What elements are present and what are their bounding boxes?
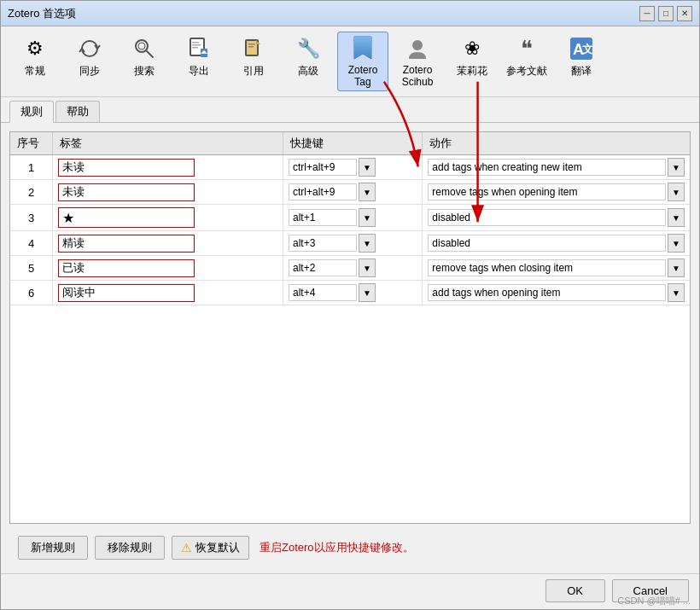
shortcut-input-2[interactable] bbox=[289, 209, 357, 226]
shortcut-dropdown-btn-5[interactable]: ▼ bbox=[359, 283, 376, 302]
toolbar-item-references[interactable]: ❝ 参考文献 bbox=[501, 32, 552, 82]
action-select-1[interactable]: add tags when creating new itemremove ta… bbox=[428, 183, 666, 200]
svg-point-0 bbox=[136, 40, 148, 52]
svg-rect-10 bbox=[248, 44, 255, 45]
toolbar-item-sync[interactable]: 同步 bbox=[64, 32, 115, 82]
restore-default-button[interactable]: ⚠ 恢复默认 bbox=[172, 536, 249, 560]
action-dropdown-btn-3[interactable]: ▼ bbox=[668, 234, 685, 253]
sync-icon bbox=[76, 35, 103, 62]
svg-rect-4 bbox=[192, 42, 199, 44]
rules-table: 序号 标签 快捷键 动作 1▼add tags when creating ne… bbox=[10, 132, 690, 305]
table-row: 3▼add tags when creating new itemremove … bbox=[10, 205, 690, 231]
svg-text:文: 文 bbox=[582, 43, 593, 55]
shortcut-input-5[interactable] bbox=[289, 284, 357, 301]
shortcut-dropdown-btn-4[interactable]: ▼ bbox=[359, 259, 376, 277]
main-window: Zotero 首选项 ─ □ ✕ ⚙ 常规 同步 bbox=[0, 0, 700, 610]
action-select-0[interactable]: add tags when creating new itemremove ta… bbox=[428, 159, 666, 176]
action-dropdown-btn-4[interactable]: ▼ bbox=[668, 259, 685, 277]
svg-point-12 bbox=[412, 40, 423, 50]
shortcut-dropdown-btn-1[interactable]: ▼ bbox=[359, 183, 376, 201]
tag-input-5[interactable] bbox=[58, 284, 195, 302]
toolbar-item-cite[interactable]: 引用 bbox=[228, 32, 279, 82]
cell-action-4: add tags when creating new itemremove ta… bbox=[423, 256, 690, 281]
action-dropdown-btn-0[interactable]: ▼ bbox=[668, 158, 685, 177]
close-button[interactable]: ✕ bbox=[677, 6, 692, 21]
action-select-5[interactable]: add tags when creating new itemremove ta… bbox=[428, 284, 666, 301]
shortcut-dropdown-btn-0[interactable]: ▼ bbox=[359, 158, 376, 177]
toolbar-label-zotero-tag: Zotero Tag bbox=[339, 64, 387, 88]
cell-shortcut-1: ▼ bbox=[283, 180, 423, 205]
shortcut-input-1[interactable] bbox=[289, 183, 357, 200]
table-row: 6▼add tags when creating new itemremove … bbox=[10, 281, 690, 305]
cell-tag-0 bbox=[53, 155, 283, 180]
references-icon: ❝ bbox=[513, 35, 540, 62]
action-dropdown-btn-1[interactable]: ▼ bbox=[668, 183, 685, 201]
cell-shortcut-3: ▼ bbox=[283, 231, 423, 256]
tag-input-4[interactable] bbox=[58, 259, 195, 277]
toolbar-item-zotero-scihub[interactable]: Zotero Scihub bbox=[392, 32, 443, 91]
search-icon bbox=[131, 35, 158, 62]
cell-action-2: add tags when creating new itemremove ta… bbox=[423, 205, 690, 231]
cell-tag-1 bbox=[53, 180, 283, 205]
table-row: 5▼add tags when creating new itemremove … bbox=[10, 256, 690, 281]
ok-button[interactable]: OK bbox=[545, 579, 605, 602]
toolbar-label-export: 导出 bbox=[189, 64, 209, 78]
col-header-seq: 序号 bbox=[10, 132, 53, 155]
toolbar-item-zotero-tag[interactable]: Zotero Tag bbox=[337, 32, 388, 91]
rules-table-container: 序号 标签 快捷键 动作 1▼add tags when creating ne… bbox=[9, 131, 691, 524]
toolbar-item-advanced[interactable]: 🔧 高级 bbox=[283, 32, 334, 82]
action-dropdown-btn-5[interactable]: ▼ bbox=[668, 283, 685, 302]
export-icon bbox=[185, 35, 213, 62]
action-dropdown-btn-2[interactable]: ▼ bbox=[668, 208, 685, 227]
toolbar-item-general[interactable]: ⚙ 常规 bbox=[9, 32, 61, 82]
cite-icon bbox=[240, 35, 267, 62]
table-row: 4▼add tags when creating new itemremove … bbox=[10, 231, 690, 256]
tag-input-0[interactable] bbox=[58, 159, 195, 177]
cell-shortcut-4: ▼ bbox=[283, 256, 423, 281]
col-header-shortcut: 快捷键 bbox=[283, 132, 423, 155]
window-controls: ─ □ ✕ bbox=[639, 6, 692, 21]
remove-rule-button[interactable]: 移除规则 bbox=[95, 536, 165, 560]
add-rule-button[interactable]: 新增规则 bbox=[18, 536, 88, 560]
title-bar: Zotero 首选项 ─ □ ✕ bbox=[1, 1, 699, 26]
action-select-2[interactable]: add tags when creating new itemremove ta… bbox=[428, 209, 666, 226]
tag-input-2[interactable] bbox=[58, 207, 195, 228]
toolbar-item-search[interactable]: 搜索 bbox=[119, 32, 170, 82]
cell-seq-0: 1 bbox=[10, 155, 53, 180]
shortcut-dropdown-btn-3[interactable]: ▼ bbox=[359, 234, 376, 253]
minimize-button[interactable]: ─ bbox=[639, 6, 655, 21]
window-title: Zotero 首选项 bbox=[8, 6, 76, 21]
toolbar-item-jasmine[interactable]: ❀ 茉莉花 bbox=[446, 32, 498, 82]
shortcut-dropdown-btn-2[interactable]: ▼ bbox=[359, 208, 376, 227]
watermark: CSDN @喵喵# ... bbox=[617, 595, 691, 607]
tab-rules[interactable]: 规则 bbox=[9, 101, 54, 123]
toolbar-item-export[interactable]: 导出 bbox=[173, 32, 225, 82]
shortcut-input-4[interactable] bbox=[289, 259, 357, 276]
toolbar-label-references: 参考文献 bbox=[506, 64, 547, 78]
action-select-4[interactable]: add tags when creating new itemremove ta… bbox=[428, 259, 666, 276]
shortcut-input-3[interactable] bbox=[289, 235, 357, 252]
action-select-3[interactable]: add tags when creating new itemremove ta… bbox=[428, 235, 666, 252]
cell-shortcut-2: ▼ bbox=[283, 205, 423, 231]
cell-seq-4: 5 bbox=[10, 256, 53, 281]
translate-icon: A 文 bbox=[568, 35, 595, 62]
svg-point-2 bbox=[138, 43, 145, 49]
cell-tag-2 bbox=[53, 205, 283, 231]
tag-input-3[interactable] bbox=[58, 235, 195, 253]
cell-tag-4 bbox=[53, 256, 283, 281]
tabs-bar: 规则 帮助 bbox=[1, 97, 699, 123]
cell-action-3: add tags when creating new itemremove ta… bbox=[423, 231, 690, 256]
toolbar-item-translate[interactable]: A 文 翻译 bbox=[556, 32, 607, 82]
cell-seq-1: 2 bbox=[10, 180, 53, 205]
advanced-icon: 🔧 bbox=[295, 35, 322, 62]
shortcut-input-0[interactable] bbox=[289, 159, 357, 176]
zotero-tag-icon bbox=[349, 35, 376, 62]
tag-input-1[interactable] bbox=[58, 183, 195, 201]
maximize-button[interactable]: □ bbox=[658, 6, 674, 21]
tab-help[interactable]: 帮助 bbox=[55, 101, 100, 122]
toolbar-label-sync: 同步 bbox=[79, 64, 100, 78]
table-row: 1▼add tags when creating new itemremove … bbox=[10, 155, 690, 180]
cell-action-5: add tags when creating new itemremove ta… bbox=[423, 281, 690, 305]
warning-icon: ⚠ bbox=[181, 541, 192, 555]
footer: OK Cancel bbox=[1, 573, 699, 609]
